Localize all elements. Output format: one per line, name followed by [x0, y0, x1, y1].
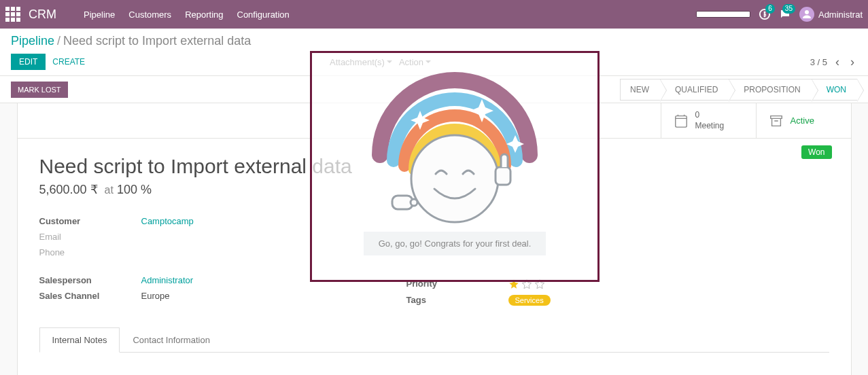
activity-icon[interactable]: 6 [759, 8, 771, 20]
pager-position: 3 / 5 [810, 57, 827, 67]
svg-point-2 [411, 135, 498, 222]
calendar-icon [674, 113, 689, 128]
stage-pipeline: NEW QUALIFIED PROPOSITION WON [620, 79, 857, 101]
user-name: Administrat [818, 10, 863, 20]
svg-point-5 [411, 199, 417, 206]
create-button[interactable]: CREATE [52, 57, 85, 67]
tabs: Internal Notes Contact Information [39, 327, 829, 353]
tab-contact-info[interactable]: Contact Information [120, 327, 222, 353]
edit-button[interactable]: EDIT [11, 54, 46, 70]
at-label: at [105, 184, 114, 196]
meeting-stat-button[interactable]: 0 Meeting [661, 103, 756, 138]
svg-point-1 [805, 10, 809, 14]
expected-revenue: 5,600.00 ₹ [39, 183, 98, 196]
congrats-message: Go, go, go! Congrats for your first deal… [364, 232, 546, 255]
salesperson-value[interactable]: Administrator [141, 275, 194, 285]
active-label: Active [791, 115, 814, 126]
channel-label: Sales Channel [39, 291, 141, 301]
svg-rect-3 [496, 167, 510, 185]
customer-label: Customer [39, 216, 141, 226]
discuss-icon[interactable]: 35 [779, 8, 791, 20]
top-navbar: CRM Pipeline Customers Reporting Configu… [0, 0, 868, 29]
breadcrumb-separator: / [57, 34, 60, 48]
phone-label: Phone [39, 247, 141, 257]
nav-customers[interactable]: Customers [128, 10, 171, 20]
email-label: Email [39, 232, 141, 242]
tag-services[interactable]: Services [508, 295, 551, 306]
activity-badge: 6 [765, 4, 775, 14]
pager: 3 / 5 ‹ › [810, 55, 857, 69]
avatar-icon [799, 7, 814, 22]
customer-value[interactable]: Camptocamp [141, 216, 194, 226]
pager-next[interactable]: › [848, 55, 857, 69]
stage-new[interactable]: NEW [620, 79, 660, 101]
apps-icon[interactable] [5, 7, 20, 22]
stage-won[interactable]: WON [812, 79, 857, 101]
tab-internal-notes[interactable]: Internal Notes [39, 327, 120, 353]
discuss-badge: 35 [782, 4, 795, 14]
nav-pipeline[interactable]: Pipeline [84, 10, 115, 20]
mark-lost-button[interactable]: MARK LOST [11, 82, 68, 98]
probability: 100 % [117, 183, 152, 196]
breadcrumb: Pipeline / Need script to Import externa… [11, 34, 857, 48]
rainbow-man-icon [360, 67, 550, 223]
user-menu[interactable]: Administrat [799, 7, 863, 22]
breadcrumb-current: Need script to Import external data [63, 34, 251, 48]
nav-configuration[interactable]: Configuration [237, 10, 290, 20]
progress-indicator [696, 11, 750, 18]
stage-qualified[interactable]: QUALIFIED [660, 79, 729, 101]
congrats-popup: Go, go, go! Congrats for your first deal… [310, 51, 600, 282]
channel-value: Europe [141, 291, 170, 301]
meeting-count: 0 [695, 110, 725, 121]
pager-prev[interactable]: ‹ [833, 55, 842, 69]
app-brand: CRM [29, 7, 56, 22]
meeting-label: Meeting [695, 121, 725, 132]
nav-menu: Pipeline Customers Reporting Configurati… [84, 10, 290, 20]
stage-proposition[interactable]: PROPOSITION [729, 79, 811, 101]
won-badge: Won [801, 145, 831, 159]
breadcrumb-root[interactable]: Pipeline [11, 34, 54, 48]
tags-label: Tags [406, 295, 508, 305]
archive-icon [769, 113, 784, 128]
nav-reporting[interactable]: Reporting [185, 10, 223, 20]
active-stat-button[interactable]: Active [756, 103, 851, 138]
salesperson-label: Salesperson [39, 275, 141, 285]
